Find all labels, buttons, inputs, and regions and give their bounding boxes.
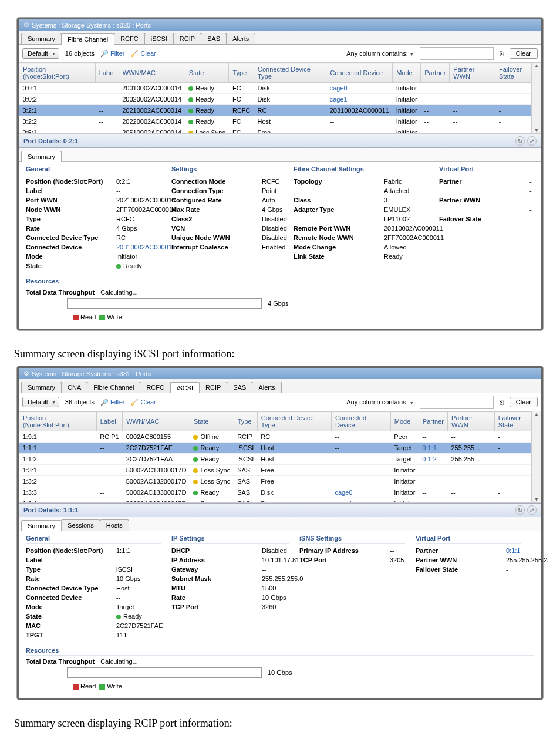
- tab-iscsi[interactable]: iSCSI: [144, 33, 174, 44]
- table-row[interactable]: 1:1:2--2C27D7521FAAReadyiSCSIHost--Targe…: [19, 454, 541, 465]
- table-row[interactable]: 0:2:2--20220002AC000014ReadyFCHost--Init…: [19, 116, 541, 127]
- tab-iscsi[interactable]: iSCSI: [170, 382, 200, 393]
- section-heading: Virtual Port: [416, 535, 521, 544]
- clear-button[interactable]: Clear: [510, 397, 538, 407]
- view-dropdown[interactable]: Default: [22, 397, 59, 407]
- column-header[interactable]: WWN/MAC: [123, 412, 190, 431]
- kv-key: Rate: [26, 574, 114, 583]
- clear-button[interactable]: Clear: [510, 48, 538, 59]
- column-header[interactable]: Partner: [421, 63, 450, 83]
- kv-value[interactable]: 20310002AC000011: [116, 242, 176, 252]
- throughput-value: Calculating...: [100, 289, 138, 296]
- column-header[interactable]: Connected Device: [331, 412, 390, 431]
- kv-row: Partner WWN255.255.255.255: [416, 555, 521, 565]
- table-row[interactable]: 1:3:4--50002AC13400017DReadySASDiskcage1…: [19, 498, 541, 504]
- tab-rcfc[interactable]: RCFC: [114, 33, 145, 44]
- kv-key: Failover State: [439, 214, 527, 224]
- expand-icon[interactable]: ⤢: [527, 136, 537, 146]
- tab-cna[interactable]: CNA: [61, 382, 87, 393]
- kv-key: TCP Port: [171, 602, 259, 612]
- kv-row: Mode ChangeAllowed: [294, 242, 429, 252]
- column-header[interactable]: Label: [96, 412, 122, 431]
- column-header[interactable]: Partner WWN: [447, 412, 494, 431]
- tab-sas[interactable]: SAS: [227, 382, 252, 393]
- table-row[interactable]: 0:2:1--20210002AC000014ReadyRCFCRC203100…: [19, 105, 541, 116]
- kv-row: Rate10 Gbps: [171, 593, 289, 602]
- table-row[interactable]: 1:3:3--50002AC13300017DReadySASDiskcage0…: [19, 487, 541, 498]
- table-row[interactable]: 0:0:1--20010002AC000014ReadyFCDiskcage0I…: [19, 83, 541, 94]
- subtab-hosts[interactable]: Hosts: [100, 519, 129, 531]
- table-row[interactable]: 1:3:1--50002AC13100017DLoss SyncSASFree-…: [19, 465, 541, 476]
- status-dot-icon: [188, 131, 193, 134]
- column-header[interactable]: Position (Node:Slot:Port): [19, 412, 97, 431]
- tab-rcfc[interactable]: RCFC: [140, 382, 171, 393]
- kv-key: Connected Device: [26, 593, 114, 602]
- kv-row: Max Rate4 Gbps: [171, 205, 283, 214]
- clear-link[interactable]: 🧹Clear: [130, 399, 156, 406]
- kv-value: 20210002AC000014: [116, 195, 176, 205]
- kv-key: Remote Port WWN: [294, 224, 382, 233]
- column-header[interactable]: WWN/MAC: [119, 63, 185, 83]
- column-header[interactable]: Mode: [393, 63, 421, 83]
- refresh-icon[interactable]: ↻: [515, 505, 525, 515]
- partner-link[interactable]: 0:1:1: [422, 444, 436, 451]
- connected-device-link[interactable]: cage1: [335, 500, 352, 503]
- refresh-icon[interactable]: ↻: [515, 136, 525, 146]
- table-row[interactable]: 1:9:1RCIP10002AC800155OfflineRCIPRC--Pee…: [19, 431, 541, 443]
- copy-icon[interactable]: ⎘: [500, 50, 504, 57]
- view-dropdown[interactable]: Default: [22, 48, 59, 59]
- filter-link[interactable]: 🔎Filter: [100, 50, 124, 58]
- table-row[interactable]: 1:3:2--50002AC13200017DLoss SyncSASFree-…: [19, 476, 541, 487]
- kv-row: Configured RateAuto: [171, 195, 283, 205]
- scrollbar[interactable]: ▲▼: [531, 411, 541, 502]
- table-row[interactable]: 0:5:1--20510002AC000014Loss SyncFCFree--…: [19, 127, 541, 134]
- tab-alerts[interactable]: Alerts: [226, 33, 255, 44]
- search-input[interactable]: [420, 396, 494, 409]
- kv-row: Connected Device20310002AC000011: [26, 242, 161, 252]
- column-header[interactable]: Type: [234, 412, 257, 431]
- subtab-summary[interactable]: Summary: [21, 151, 62, 162]
- tab-sas[interactable]: SAS: [201, 33, 227, 44]
- connected-device-link[interactable]: cage0: [330, 85, 348, 92]
- table-row[interactable]: 1:1:1--2C27D7521FAEReadyiSCSIHost--Targe…: [19, 443, 541, 454]
- ports-table: Position (Node:Slot:Port)LabelWWN/MACSta…: [19, 411, 541, 503]
- column-header[interactable]: Mode: [390, 412, 419, 431]
- tab-fibre-channel[interactable]: Fibre Channel: [61, 33, 114, 45]
- column-header[interactable]: Type: [229, 63, 254, 83]
- column-header[interactable]: Connected Device Type: [254, 63, 326, 83]
- column-header[interactable]: Partner: [419, 412, 447, 431]
- scrollbar[interactable]: ▲▼: [531, 63, 541, 133]
- tab-alerts[interactable]: Alerts: [252, 382, 281, 393]
- subtab-summary[interactable]: Summary: [21, 520, 62, 531]
- kv-value: 2FF70002AC000011: [384, 233, 444, 242]
- connected-device-link[interactable]: cage0: [335, 489, 352, 496]
- gear-icon: ⚙: [23, 21, 29, 29]
- filter-link[interactable]: 🔎Filter: [100, 399, 124, 406]
- column-header[interactable]: Connected Device Type: [257, 412, 331, 431]
- kv-key: Primary IP Address: [299, 546, 387, 555]
- kv-value[interactable]: 0:1:1: [506, 546, 520, 555]
- connected-device-link[interactable]: cage1: [330, 96, 348, 103]
- partner-link[interactable]: 0:1:2: [422, 455, 436, 463]
- column-header[interactable]: Position (Node:Slot:Port): [19, 63, 96, 83]
- tab-rcip[interactable]: RCIP: [199, 382, 227, 393]
- tab-summary[interactable]: Summary: [21, 33, 62, 44]
- kv-key: Mode Change: [294, 242, 382, 252]
- tab-rcip[interactable]: RCIP: [173, 33, 201, 44]
- search-input[interactable]: [420, 47, 494, 60]
- kv-row: Connected Device--: [26, 593, 161, 602]
- expand-icon[interactable]: ⤢: [527, 505, 537, 515]
- tab-fibre-channel[interactable]: Fibre Channel: [87, 382, 140, 393]
- column-header[interactable]: State: [185, 63, 229, 83]
- kv-row: DHCPDisabled: [171, 546, 289, 555]
- column-header[interactable]: Label: [95, 63, 119, 83]
- column-header[interactable]: State: [190, 412, 234, 431]
- table-row[interactable]: 0:0:2--20020002AC000014ReadyFCDiskcage1I…: [19, 94, 541, 105]
- column-header[interactable]: Connected Device: [326, 63, 393, 83]
- kv-row: Remote Node WWN2FF70002AC000011: [294, 233, 429, 242]
- tab-summary[interactable]: Summary: [21, 382, 62, 393]
- subtab-sessions[interactable]: Sessions: [61, 519, 100, 531]
- column-header[interactable]: Partner WWN: [450, 63, 495, 83]
- copy-icon[interactable]: ⎘: [500, 399, 504, 406]
- clear-link[interactable]: 🧹Clear: [130, 50, 156, 58]
